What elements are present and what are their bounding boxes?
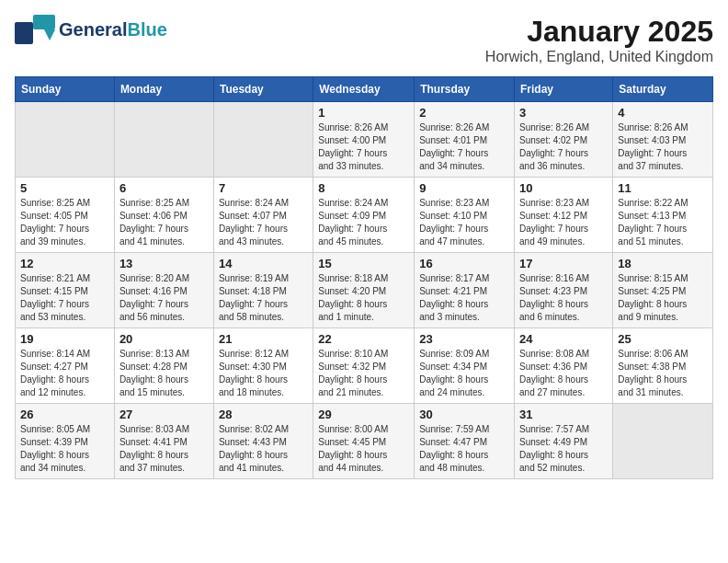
calendar-week-row: 19Sunrise: 8:14 AMSunset: 4:27 PMDayligh…	[16, 328, 713, 404]
day-number: 31	[519, 408, 608, 421]
day-number: 29	[318, 408, 409, 421]
day-number: 8	[318, 181, 409, 195]
day-number: 23	[419, 332, 509, 346]
svg-marker-2	[44, 29, 55, 40]
calendar-cell: 3Sunrise: 8:26 AMSunset: 4:02 PMDaylight…	[515, 102, 613, 178]
day-number: 22	[318, 332, 409, 346]
calendar-cell: 4Sunrise: 8:26 AMSunset: 4:03 PMDaylight…	[613, 102, 713, 178]
day-number: 28	[219, 408, 308, 421]
day-number: 9	[419, 181, 509, 195]
calendar-cell: 5Sunrise: 8:25 AMSunset: 4:05 PMDaylight…	[16, 178, 115, 253]
day-number: 5	[20, 181, 109, 195]
calendar-cell: 24Sunrise: 8:08 AMSunset: 4:36 PMDayligh…	[515, 328, 613, 404]
day-number: 3	[519, 106, 608, 120]
calendar-cell: 8Sunrise: 8:24 AMSunset: 4:09 PMDaylight…	[313, 178, 415, 253]
day-number: 27	[119, 408, 209, 421]
calendar-cell: 21Sunrise: 8:12 AMSunset: 4:30 PMDayligh…	[213, 328, 313, 404]
calendar-cell: 14Sunrise: 8:19 AMSunset: 4:18 PMDayligh…	[213, 253, 313, 328]
calendar-cell: 2Sunrise: 8:26 AMSunset: 4:01 PMDaylight…	[415, 102, 515, 178]
day-info: Sunrise: 8:16 AMSunset: 4:23 PMDaylight:…	[519, 272, 608, 324]
day-info: Sunrise: 8:23 AMSunset: 4:12 PMDaylight:…	[519, 197, 608, 248]
svg-rect-1	[33, 15, 55, 29]
day-info: Sunrise: 8:20 AMSunset: 4:16 PMDaylight:…	[119, 272, 209, 324]
day-number: 30	[419, 408, 509, 421]
calendar-cell	[114, 102, 213, 178]
day-number: 11	[618, 181, 708, 195]
day-number: 25	[618, 332, 708, 346]
day-info: Sunrise: 8:23 AMSunset: 4:10 PMDaylight:…	[419, 197, 509, 248]
day-number: 12	[20, 257, 109, 270]
day-number: 26	[20, 408, 109, 421]
day-info: Sunrise: 8:06 AMSunset: 4:38 PMDaylight:…	[618, 348, 708, 399]
svg-rect-0	[15, 22, 33, 44]
calendar-cell	[613, 404, 713, 479]
day-info: Sunrise: 8:21 AMSunset: 4:15 PMDaylight:…	[20, 272, 109, 324]
day-info: Sunrise: 8:18 AMSunset: 4:20 PMDaylight:…	[318, 272, 409, 324]
col-tuesday: Tuesday	[213, 77, 313, 102]
day-info: Sunrise: 8:25 AMSunset: 4:05 PMDaylight:…	[20, 197, 109, 248]
day-info: Sunrise: 8:26 AMSunset: 4:00 PMDaylight:…	[318, 121, 409, 173]
day-info: Sunrise: 8:00 AMSunset: 4:45 PMDaylight:…	[318, 423, 409, 475]
day-number: 15	[318, 257, 409, 270]
calendar-cell: 15Sunrise: 8:18 AMSunset: 4:20 PMDayligh…	[313, 253, 415, 328]
day-number: 10	[519, 181, 608, 195]
calendar-cell: 9Sunrise: 8:23 AMSunset: 4:10 PMDaylight…	[415, 178, 515, 253]
day-info: Sunrise: 8:17 AMSunset: 4:21 PMDaylight:…	[419, 272, 509, 324]
title-block: January 2025 Horwich, England, United Ki…	[485, 15, 713, 65]
day-info: Sunrise: 8:05 AMSunset: 4:39 PMDaylight:…	[20, 423, 109, 475]
col-friday: Friday	[515, 77, 613, 102]
calendar-cell: 1Sunrise: 8:26 AMSunset: 4:00 PMDaylight…	[313, 102, 415, 178]
calendar-subtitle: Horwich, England, United Kingdom	[485, 49, 713, 65]
page-header: GeneralBlue January 2025 Horwich, Englan…	[15, 15, 713, 65]
day-number: 1	[318, 106, 409, 120]
calendar-cell: 28Sunrise: 8:02 AMSunset: 4:43 PMDayligh…	[213, 404, 313, 479]
calendar-cell: 22Sunrise: 8:10 AMSunset: 4:32 PMDayligh…	[313, 328, 415, 404]
day-number: 6	[119, 181, 209, 195]
calendar-header-row: Sunday Monday Tuesday Wednesday Thursday…	[16, 77, 713, 102]
day-info: Sunrise: 8:22 AMSunset: 4:13 PMDaylight:…	[618, 197, 708, 248]
calendar-cell: 26Sunrise: 8:05 AMSunset: 4:39 PMDayligh…	[16, 404, 115, 479]
logo-icon	[15, 15, 55, 44]
calendar-cell: 16Sunrise: 8:17 AMSunset: 4:21 PMDayligh…	[415, 253, 515, 328]
calendar-cell: 13Sunrise: 8:20 AMSunset: 4:16 PMDayligh…	[114, 253, 213, 328]
day-info: Sunrise: 8:24 AMSunset: 4:09 PMDaylight:…	[318, 197, 409, 248]
logo: GeneralBlue	[15, 15, 167, 44]
calendar-cell: 18Sunrise: 8:15 AMSunset: 4:25 PMDayligh…	[613, 253, 713, 328]
calendar-cell: 17Sunrise: 8:16 AMSunset: 4:23 PMDayligh…	[515, 253, 613, 328]
calendar-week-row: 1Sunrise: 8:26 AMSunset: 4:00 PMDaylight…	[16, 102, 713, 178]
col-wednesday: Wednesday	[313, 77, 415, 102]
day-info: Sunrise: 7:57 AMSunset: 4:49 PMDaylight:…	[519, 423, 608, 475]
calendar-cell: 25Sunrise: 8:06 AMSunset: 4:38 PMDayligh…	[613, 328, 713, 404]
calendar-cell: 31Sunrise: 7:57 AMSunset: 4:49 PMDayligh…	[515, 404, 613, 479]
calendar-title: January 2025	[485, 15, 713, 49]
col-thursday: Thursday	[415, 77, 515, 102]
day-number: 19	[20, 332, 109, 346]
calendar-cell: 12Sunrise: 8:21 AMSunset: 4:15 PMDayligh…	[16, 253, 115, 328]
calendar-cell: 7Sunrise: 8:24 AMSunset: 4:07 PMDaylight…	[213, 178, 313, 253]
day-info: Sunrise: 8:09 AMSunset: 4:34 PMDaylight:…	[419, 348, 509, 399]
calendar-week-row: 5Sunrise: 8:25 AMSunset: 4:05 PMDaylight…	[16, 178, 713, 253]
calendar-cell: 29Sunrise: 8:00 AMSunset: 4:45 PMDayligh…	[313, 404, 415, 479]
col-sunday: Sunday	[16, 77, 115, 102]
day-info: Sunrise: 8:24 AMSunset: 4:07 PMDaylight:…	[219, 197, 308, 248]
day-number: 14	[219, 257, 308, 270]
logo-text: GeneralBlue	[59, 19, 167, 40]
calendar-week-row: 12Sunrise: 8:21 AMSunset: 4:15 PMDayligh…	[16, 253, 713, 328]
calendar-cell: 27Sunrise: 8:03 AMSunset: 4:41 PMDayligh…	[114, 404, 213, 479]
col-saturday: Saturday	[613, 77, 713, 102]
day-info: Sunrise: 8:19 AMSunset: 4:18 PMDaylight:…	[219, 272, 308, 324]
col-monday: Monday	[114, 77, 213, 102]
calendar-cell: 30Sunrise: 7:59 AMSunset: 4:47 PMDayligh…	[415, 404, 515, 479]
day-number: 2	[419, 106, 509, 120]
calendar-cell: 6Sunrise: 8:25 AMSunset: 4:06 PMDaylight…	[114, 178, 213, 253]
day-number: 13	[119, 257, 209, 270]
day-number: 17	[519, 257, 608, 270]
day-number: 24	[519, 332, 608, 346]
day-number: 16	[419, 257, 509, 270]
calendar-table: Sunday Monday Tuesday Wednesday Thursday…	[15, 76, 713, 479]
day-info: Sunrise: 8:13 AMSunset: 4:28 PMDaylight:…	[119, 348, 209, 399]
calendar-cell	[16, 102, 115, 178]
calendar-cell: 11Sunrise: 8:22 AMSunset: 4:13 PMDayligh…	[613, 178, 713, 253]
day-info: Sunrise: 7:59 AMSunset: 4:47 PMDaylight:…	[419, 423, 509, 475]
day-info: Sunrise: 8:25 AMSunset: 4:06 PMDaylight:…	[119, 197, 209, 248]
